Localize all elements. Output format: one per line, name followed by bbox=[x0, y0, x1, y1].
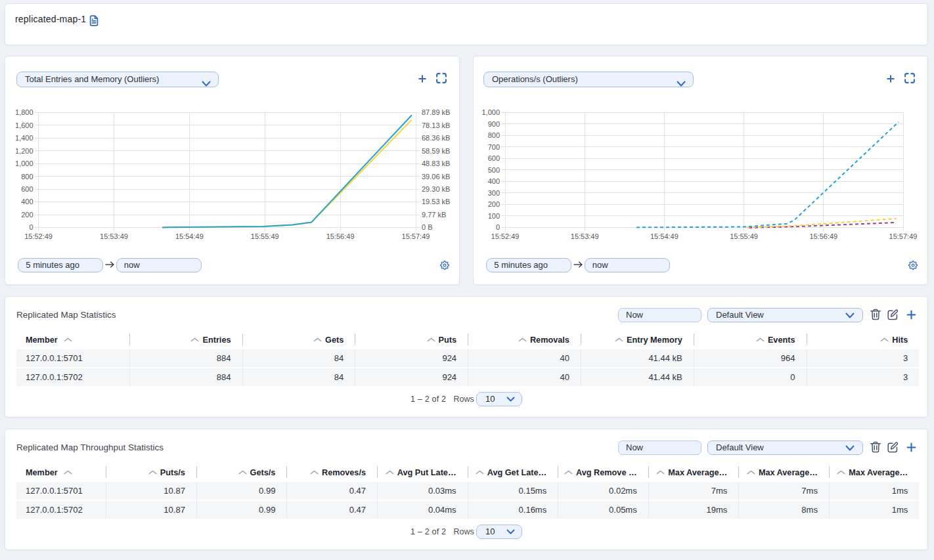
svg-text:15:54:49: 15:54:49 bbox=[175, 232, 204, 240]
svg-text:500: 500 bbox=[488, 166, 500, 174]
svg-text:600: 600 bbox=[488, 154, 500, 162]
svg-text:1,000: 1,000 bbox=[481, 108, 500, 116]
svg-text:1,800: 1,800 bbox=[15, 108, 33, 116]
svg-text:15:55:49: 15:55:49 bbox=[730, 232, 758, 240]
svg-text:300: 300 bbox=[488, 189, 500, 197]
svg-text:1,600: 1,600 bbox=[15, 121, 33, 129]
svg-text:0 B: 0 B bbox=[422, 223, 433, 231]
svg-text:78.13 kB: 78.13 kB bbox=[422, 121, 450, 129]
svg-text:1,000: 1,000 bbox=[15, 160, 33, 167]
svg-text:200: 200 bbox=[488, 200, 500, 208]
svg-text:1,200: 1,200 bbox=[15, 147, 33, 155]
svg-text:15:57:49: 15:57:49 bbox=[402, 232, 430, 240]
svg-text:15:57:49: 15:57:49 bbox=[889, 232, 918, 240]
svg-text:600: 600 bbox=[21, 185, 33, 193]
svg-text:0: 0 bbox=[496, 223, 500, 231]
svg-text:39.06 kB: 39.06 kB bbox=[422, 173, 450, 181]
svg-text:68.36 kB: 68.36 kB bbox=[422, 134, 450, 142]
svg-text:15:52:49: 15:52:49 bbox=[491, 232, 520, 240]
svg-text:1,400: 1,400 bbox=[15, 134, 33, 142]
svg-text:15:56:49: 15:56:49 bbox=[809, 232, 837, 240]
svg-text:0: 0 bbox=[29, 223, 33, 231]
svg-text:29.30 kB: 29.30 kB bbox=[422, 185, 450, 193]
svg-text:15:56:49: 15:56:49 bbox=[326, 232, 355, 240]
svg-text:400: 400 bbox=[488, 177, 500, 185]
svg-text:100: 100 bbox=[488, 212, 500, 220]
svg-text:800: 800 bbox=[21, 173, 33, 181]
svg-text:58.59 kB: 58.59 kB bbox=[422, 147, 450, 155]
svg-text:700: 700 bbox=[488, 143, 500, 151]
svg-text:15:53:49: 15:53:49 bbox=[100, 232, 128, 240]
svg-text:200: 200 bbox=[21, 211, 33, 219]
svg-text:15:54:49: 15:54:49 bbox=[650, 232, 678, 240]
svg-text:15:53:49: 15:53:49 bbox=[571, 232, 599, 240]
svg-text:800: 800 bbox=[488, 131, 500, 139]
svg-text:48.83 kB: 48.83 kB bbox=[422, 160, 450, 167]
svg-text:15:52:49: 15:52:49 bbox=[24, 232, 53, 240]
svg-text:87.89 kB: 87.89 kB bbox=[422, 108, 450, 116]
svg-text:900: 900 bbox=[488, 120, 500, 128]
svg-text:15:55:49: 15:55:49 bbox=[251, 232, 279, 240]
svg-text:400: 400 bbox=[21, 198, 33, 205]
svg-text:9.77 kB: 9.77 kB bbox=[422, 211, 446, 219]
svg-text:19.53 kB: 19.53 kB bbox=[422, 198, 450, 205]
